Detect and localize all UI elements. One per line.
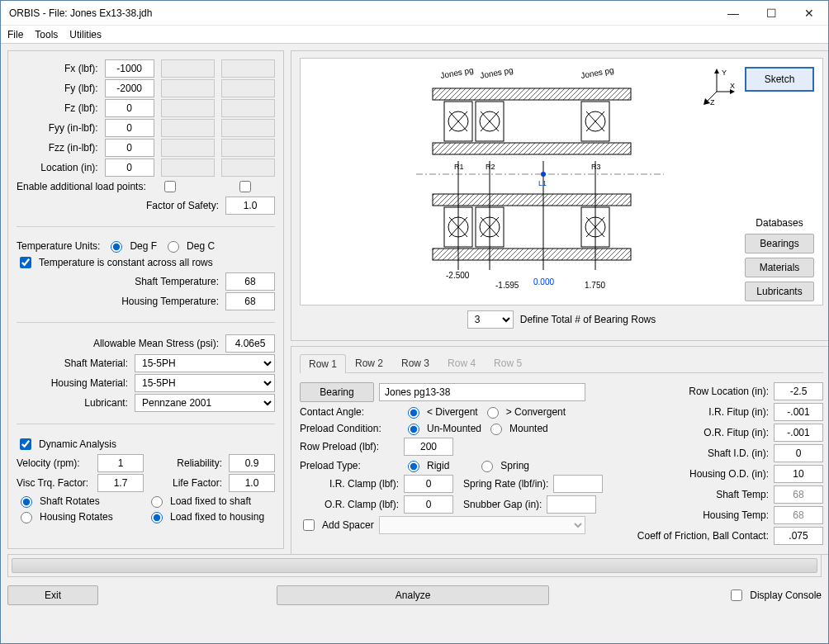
- svg-text:-1.595: -1.595: [495, 281, 519, 290]
- fyy-extra2: [221, 119, 275, 137]
- svg-text:Jones pg: Jones pg: [479, 65, 514, 80]
- svg-text:-2.500: -2.500: [446, 271, 470, 280]
- or-fitup-input[interactable]: [774, 424, 823, 442]
- shaft-mat-label: Shaft Material:: [17, 358, 128, 369]
- degC-radio[interactable]: Deg C: [163, 239, 215, 253]
- mounted-radio[interactable]: Mounted: [486, 421, 548, 435]
- velocity-input[interactable]: [97, 454, 144, 472]
- menu-file[interactable]: File: [7, 29, 23, 40]
- housing-mat-select[interactable]: 15-5PH: [135, 374, 275, 392]
- svg-marker-1: [714, 69, 719, 73]
- housing-temp-row-label: Housing Temp:: [632, 509, 769, 521]
- sketch-button[interactable]: Sketch: [745, 67, 814, 92]
- dynamic-section: Dynamic Analysis Velocity (rpm): Reliabi…: [17, 434, 275, 525]
- snubber-gap-label: Snubber Gap (in):: [463, 499, 542, 510]
- reliability-input[interactable]: [229, 454, 275, 472]
- analyze-button[interactable]: Analyze: [277, 585, 549, 605]
- maximize-button[interactable]: ☐: [752, 1, 790, 26]
- rigid-radio[interactable]: Rigid: [404, 458, 449, 472]
- enable-addl-chk1[interactable]: [164, 181, 176, 192]
- fos-input[interactable]: [225, 197, 275, 215]
- progress-bar: [12, 558, 817, 573]
- enable-addl-chk2[interactable]: [239, 181, 251, 192]
- add-spacer-chk[interactable]: Add Spacer: [300, 517, 374, 533]
- lifefactor-label: Life Factor:: [150, 477, 222, 489]
- left-panel: Fx (lbf): Fy (lbf): Fz (lbf): Fyy (in-lb…: [7, 50, 284, 549]
- fos-label: Factor of Safety:: [146, 200, 219, 211]
- shaft-temp-row-input: [774, 485, 823, 504]
- shaft-mat-select[interactable]: 15-5PH: [135, 354, 275, 372]
- fy-extra1: [161, 79, 215, 97]
- fz-input[interactable]: [105, 99, 154, 117]
- degF-radio[interactable]: Deg F: [107, 239, 157, 253]
- window-title: ORBIS - File: Jones Ex13-38.jdh: [9, 7, 714, 19]
- temp-constant-chk[interactable]: Temperature is constant across all rows: [17, 254, 213, 271]
- bearing-button[interactable]: Bearing: [300, 382, 374, 402]
- right-panel: Sketch Y X Z Databases Bearings Material…: [291, 50, 828, 549]
- ams-input[interactable]: [225, 334, 275, 353]
- lubricants-db-button[interactable]: Lubricants: [745, 282, 814, 301]
- exit-button[interactable]: Exit: [7, 585, 98, 605]
- fx-extra2: [221, 59, 275, 78]
- fx-input[interactable]: [105, 59, 154, 78]
- or-fitup-label: O.R. Fitup (in):: [632, 427, 769, 438]
- row-preload-input[interactable]: [404, 438, 453, 456]
- housing-mat-label: Housing Material:: [17, 377, 128, 389]
- load-fixed-shaft-radio[interactable]: Load fixed to shaft: [147, 494, 251, 508]
- fzz-extra2: [221, 139, 275, 157]
- sketch-pane: Sketch Y X Z Databases Bearings Material…: [300, 58, 823, 305]
- bearing-name-input[interactable]: [379, 383, 585, 401]
- shaft-rotates-radio[interactable]: Shaft Rotates: [17, 494, 140, 508]
- ams-label: Allowable Mean Stress (psi):: [93, 338, 219, 349]
- convergent-radio[interactable]: > Convergent: [483, 405, 566, 419]
- fy-input[interactable]: [105, 79, 154, 97]
- spring-rate-label: Spring Rate (lbf/in):: [463, 478, 548, 490]
- menu-utilities[interactable]: Utilities: [69, 29, 102, 40]
- ir-clamp-input[interactable]: [404, 475, 453, 493]
- fz-extra2: [221, 99, 275, 117]
- row-location-input[interactable]: [774, 382, 823, 400]
- divergent-radio[interactable]: < Divergent: [404, 405, 478, 419]
- svg-text:1.750: 1.750: [585, 281, 605, 290]
- display-console-chk[interactable]: Display Console: [727, 587, 822, 604]
- fzz-input[interactable]: [105, 139, 154, 157]
- dynamic-analysis-chk[interactable]: Dynamic Analysis: [17, 436, 116, 452]
- menu-tools[interactable]: Tools: [35, 29, 58, 40]
- or-clamp-label: O.R. Clamp (lbf):: [300, 499, 399, 510]
- ir-fitup-input[interactable]: [774, 403, 823, 421]
- load-fixed-housing-radio[interactable]: Load fixed to housing: [147, 509, 264, 523]
- close-button[interactable]: ✕: [790, 1, 828, 26]
- svg-text:Jones pg: Jones pg: [439, 65, 474, 80]
- fyy-input[interactable]: [105, 119, 154, 137]
- svg-text:Jones pg: Jones pg: [580, 65, 614, 80]
- lifefactor-input[interactable]: [229, 474, 275, 492]
- velocity-label: Velocity (rpm):: [17, 457, 91, 469]
- housing-od-input[interactable]: [774, 465, 823, 483]
- housing-rotates-radio[interactable]: Housing Rotates: [17, 509, 140, 523]
- contact-angle-label: Contact Angle:: [300, 406, 399, 418]
- materials-db-button[interactable]: Materials: [745, 258, 814, 277]
- tab-row3[interactable]: Row 3: [392, 353, 438, 372]
- location-input[interactable]: [105, 159, 154, 177]
- visc-input[interactable]: [97, 474, 144, 492]
- svg-text:X: X: [730, 82, 735, 90]
- svg-point-48: [541, 172, 546, 177]
- minimize-button[interactable]: —: [714, 1, 752, 26]
- temperature-section: Temperature Units: Deg F Deg C Temperatu…: [17, 237, 275, 312]
- housing-od-label: Housing O.D. (in):: [632, 468, 769, 480]
- cof-input[interactable]: [774, 527, 823, 545]
- tab-row2[interactable]: Row 2: [346, 353, 392, 372]
- bearings-db-button[interactable]: Bearings: [745, 234, 814, 253]
- shaft-temp-input[interactable]: [225, 272, 275, 291]
- tab-row1[interactable]: Row 1: [300, 354, 346, 373]
- loc-extra2: [221, 159, 275, 177]
- shaft-temp-row-label: Shaft Temp:: [632, 489, 769, 500]
- bearing-rows-select[interactable]: 3: [467, 310, 514, 329]
- lubricant-select[interactable]: Pennzane 2001: [135, 394, 275, 412]
- temp-units-label: Temperature Units:: [17, 240, 100, 252]
- unmounted-radio[interactable]: Un-Mounted: [404, 421, 481, 435]
- housing-temp-input[interactable]: [225, 292, 275, 310]
- or-clamp-input[interactable]: [404, 495, 453, 514]
- spring-radio[interactable]: Spring: [477, 458, 529, 472]
- shaft-id-input[interactable]: [774, 444, 823, 462]
